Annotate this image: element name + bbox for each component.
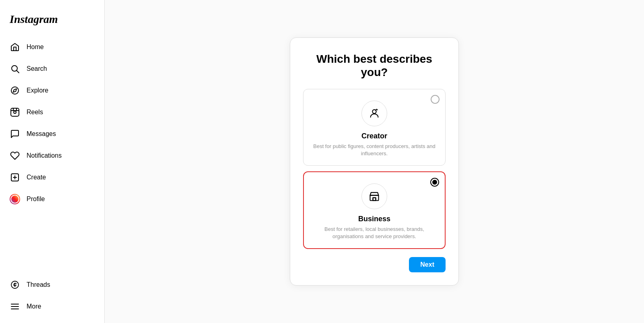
svg-point-5 [14,111,16,113]
business-label: Business [358,215,390,223]
creator-label: Creator [361,132,387,140]
notifications-icon [10,150,20,161]
sidebar-item-notifications-label: Notifications [27,152,62,159]
svg-rect-18 [373,198,376,201]
sidebar: Instagram Home Search [0,0,105,323]
sidebar-item-messages-label: Messages [27,130,56,138]
sidebar-item-create-label: Create [27,174,46,181]
sidebar-item-create[interactable]: Create [5,167,99,187]
sidebar-nav: Home Search Explore [5,37,99,268]
account-type-card: Which best describes you? Creator Best f… [290,37,459,286]
business-description: Best for retailers, local businesses, br… [312,226,437,240]
sidebar-bottom: Threads More [5,268,99,317]
next-button-row: Next [303,257,446,272]
sidebar-item-messages[interactable]: Messages [5,124,99,144]
create-icon [10,172,20,183]
business-store-icon [369,191,380,202]
creator-description: Best for public figures, content produce… [312,143,437,157]
profile-icon [10,194,20,204]
sidebar-item-profile-label: Profile [27,195,45,203]
creator-person-icon [369,108,380,119]
sidebar-item-reels[interactable]: Reels [5,102,99,122]
sidebar-item-more[interactable]: More [5,296,99,317]
creator-radio[interactable] [431,95,440,104]
instagram-logo[interactable]: Instagram [5,6,99,37]
sidebar-item-explore[interactable]: Explore [5,80,99,101]
reels-icon [10,107,20,117]
messages-icon [10,129,20,139]
threads-icon [10,280,20,290]
sidebar-item-search-label: Search [27,65,47,72]
creator-option[interactable]: Creator Best for public figures, content… [303,89,446,166]
sidebar-item-home[interactable]: Home [5,37,99,57]
sidebar-item-threads-label: Threads [27,281,50,288]
sidebar-item-home-label: Home [27,43,44,51]
creator-icon-circle [361,101,387,126]
sidebar-item-search[interactable]: Search [5,59,99,79]
sidebar-item-threads[interactable]: Threads [5,275,99,295]
sidebar-item-reels-label: Reels [27,109,43,116]
next-button[interactable]: Next [409,257,446,272]
business-option[interactable]: Business Best for retailers, local busin… [303,171,446,249]
main-content: Which best describes you? Creator Best f… [105,0,644,323]
sidebar-item-explore-label: Explore [27,87,48,94]
business-radio[interactable] [430,178,439,187]
sidebar-item-notifications[interactable]: Notifications [5,146,99,166]
sidebar-item-more-label: More [27,303,41,310]
svg-point-2 [11,87,19,94]
svg-line-1 [17,71,19,73]
card-title: Which best describes you? [303,52,446,79]
explore-icon [10,85,20,96]
search-icon [10,64,20,74]
business-icon-circle [361,183,387,209]
svg-marker-3 [13,89,17,92]
svg-point-16 [372,109,376,113]
more-icon [10,301,20,312]
home-icon [10,42,20,52]
svg-rect-4 [11,108,19,116]
sidebar-item-profile[interactable]: Profile [5,189,99,209]
